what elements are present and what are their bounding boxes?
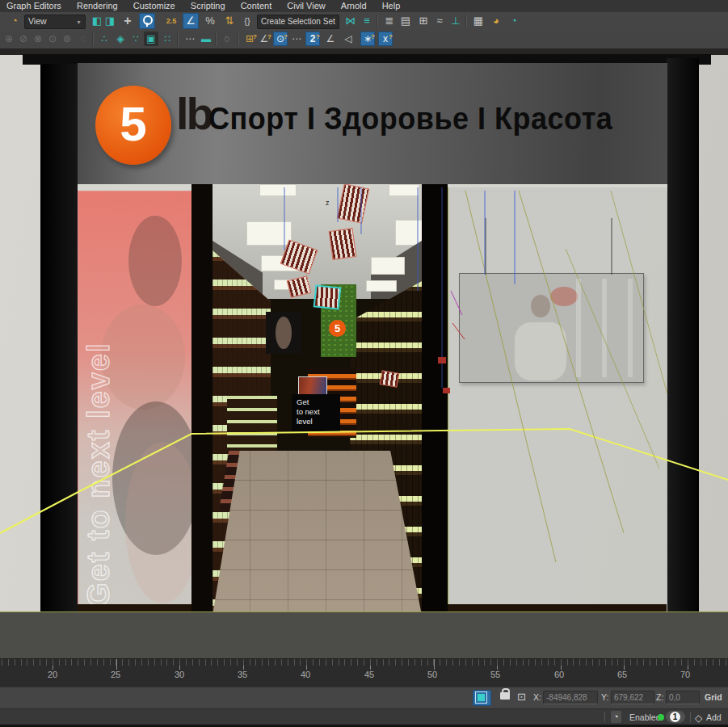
menu-content[interactable]: Content [234,0,279,12]
angle-measure-icon[interactable]: ∠ [323,32,338,46]
disabled-tool-icon-5[interactable]: ⊚ [60,32,74,46]
sidewalk [0,611,728,658]
scene-states-icon[interactable]: ◔ [6,13,23,29]
curve-editor-icon[interactable]: ⊞ [415,13,431,29]
z-coordinate-field[interactable]: 0,0 [666,691,700,704]
paint-select-icon[interactable]: ∵ [128,32,143,46]
disabled-tool-icon-4[interactable]: ⊙ [45,32,60,46]
dashed-circle-icon[interactable]: ◌ [220,32,234,46]
timeline-tick-label: 60 [547,670,571,679]
sparkle-snap-icon[interactable]: ∗? [360,32,375,46]
dope-sheet-icon[interactable]: ≈ [431,13,448,29]
doorway-left-frame [191,184,213,611]
grid-dots-icon[interactable]: ⋯ [183,32,197,46]
z-axis-label: z [326,199,330,207]
perspective-viewport[interactable]: 5 lb Спорт I Здоровье I Красота Get to n… [0,48,728,658]
selection-set-dropdown[interactable]: Create Selection Set ▼ [257,15,339,29]
cone-tool-icon[interactable]: ◁ [341,32,356,46]
select-and-place-icon[interactable] [139,13,155,29]
use-selection-center-icon[interactable]: ◨ [102,13,118,29]
selection-region-icon[interactable]: ▣ [144,32,158,46]
ceiling-light [371,257,405,275]
x-snap-icon[interactable]: x? [378,32,393,46]
snap-2d-icon[interactable]: 2? [305,32,320,46]
menu-help[interactable]: Help [376,0,407,12]
percent-snap-icon[interactable]: % [202,13,218,29]
question-badge: ? [284,30,288,44]
menu-arnold[interactable]: Arnold [335,0,373,12]
snap-atom-icon[interactable]: ∷ [160,32,175,46]
separator [690,712,691,722]
selection-lock-icon[interactable] [500,692,510,700]
storefront-sign: 5 lb Спорт I Здоровье I Красота [78,63,667,184]
render-sphere-icon[interactable]: ◔ [611,711,621,723]
spinner-snap-icon[interactable]: ⇅ [221,13,238,29]
storefront-right-pillar [667,58,699,611]
disabled-tool-icon-1[interactable]: ⊕ [2,32,16,46]
scene-explorer-icon[interactable]: ▤ [398,13,414,29]
ceiling-light [246,221,292,246]
angle-snap-icon[interactable]: ∠ [183,13,199,29]
poster-figure-head [128,216,182,306]
timeline-ruler[interactable]: 20 25 30 35 40 45 50 55 60 65 70 [0,658,728,687]
moss-wall-logo: 5 [329,320,346,337]
center-gondola-shelf [227,396,277,452]
storefront-left-pillar [40,64,78,611]
two-point-snap-icon[interactable]: ⋯ [289,32,304,46]
align-icon[interactable]: ≡ [359,13,375,29]
menu-rendering[interactable]: Rendering [70,0,124,12]
hanging-sign-box [380,370,400,388]
isolate-selection-button[interactable] [473,690,491,706]
rendered-frame-window-icon[interactable]: ▦ [470,13,486,29]
snaps-toggle-icon[interactable]: 2.5 [163,13,179,29]
selected-hanging-sign-box[interactable] [314,284,342,309]
gizmo-toggle-icon[interactable]: ◈ [113,32,128,46]
poster-vertical-text: Get to next level [78,196,125,607]
transform-gizmo-icon[interactable]: ⊡ [517,691,526,703]
layer-explorer-icon[interactable]: ≣ [381,13,398,29]
x-coordinate-field[interactable]: -84946,828 [543,691,598,704]
tv-figure-head [531,295,550,317]
enabled-status-dot [658,714,664,721]
reference-coordinate-dropdown[interactable]: View ▼ [24,15,86,29]
point-snap-icon[interactable]: ⊙? [273,32,288,46]
render-production-teapot-icon[interactable]: ◕ [488,13,504,29]
selection-set-value: Create Selection Set [261,17,335,26]
package-icon[interactable]: ◇ [695,712,702,724]
y-coordinate-field[interactable]: 679,622 [611,691,654,704]
5lb-logo-circle: 5 [95,86,171,165]
menu-customize[interactable]: Customize [127,0,182,12]
toolbar-separator [92,33,94,46]
menu-graph-editors[interactable]: Graph Editors [0,0,68,12]
count-value: 1 [670,712,680,722]
menu-scripting[interactable]: Scripting [184,0,232,12]
bar-tool-icon[interactable]: ▬ [199,32,213,46]
snap-points-icon[interactable]: ∴ [97,32,112,46]
chevron-down-icon: ▼ [76,16,82,28]
select-and-move-icon[interactable]: + [120,13,136,29]
timeline-tick-label: 70 [673,670,697,679]
activeshade-teapot-icon[interactable]: ◔ [506,13,522,29]
ceiling-light [395,220,422,246]
timeline-tick-label: 65 [610,670,634,679]
menu-civil-view[interactable]: Civil View [280,0,331,12]
disabled-tool-icon-2[interactable]: ⊘ [16,32,31,46]
disabled-tool-icon-6[interactable]: ◌ [76,32,90,46]
5lb-logo-letters: lb [176,87,212,140]
count-badge[interactable]: 1 [666,711,685,723]
named-selection-sets-icon[interactable]: {} [239,13,255,29]
timeline-tick-label: 40 [293,670,318,679]
sign-line: to next [297,407,340,417]
add-button[interactable]: Add [706,712,722,722]
tv-light-streaks [555,279,639,377]
grid-snap-icon[interactable]: ⊞? [242,32,257,46]
get-to-next-level-sign: Get to next level [292,394,340,431]
grid-label: Grid [705,692,722,702]
question-badge: ? [371,30,375,44]
render-setup-icon[interactable]: ⊥ [448,13,464,29]
hanging-sign-box [329,228,357,260]
disabled-tool-icon-3[interactable]: ⊗ [31,32,45,46]
mirror-icon[interactable]: ⋈ [343,13,359,29]
question-badge: ? [389,30,393,44]
angle-snap-2-icon[interactable]: ∠? [257,32,271,46]
